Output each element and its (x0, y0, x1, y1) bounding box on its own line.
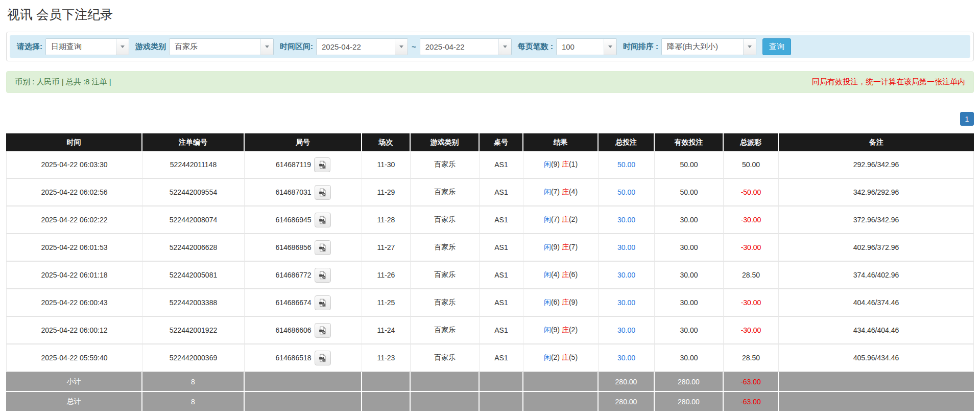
cell-remark: 342.96/292.96 (779, 179, 974, 206)
query-type-value[interactable] (46, 39, 116, 55)
game-type-value[interactable] (170, 39, 260, 55)
total-bet-link[interactable]: 50.00 (617, 188, 635, 196)
result-player-score: (9) (551, 326, 560, 334)
chevron-down-icon (503, 45, 507, 48)
result-player-label: 闲 (544, 188, 551, 196)
cell-bet-id: 522442000369 (142, 344, 245, 372)
video-replay-button[interactable] (315, 213, 331, 227)
table-row: 2025-04-22 06:03:30 522442011148 6146871… (6, 151, 974, 179)
result-player-label: 闲 (544, 353, 551, 361)
game-type-dropdown-button[interactable] (260, 39, 273, 55)
result-player-label: 闲 (544, 215, 551, 223)
cell-bet-id: 522442008074 (142, 206, 245, 234)
date-to-value[interactable] (420, 39, 498, 55)
result-banker-label: 庄 (562, 215, 569, 223)
cell-total-bet: 30.00 (599, 206, 655, 234)
result-banker-score: (1) (569, 160, 578, 168)
result-player-label: 闲 (544, 243, 551, 251)
summary-bar: 币别 : 人民币 | 总共 :8 注单 | 同局有效投注，统一计算在该局第一张注… (6, 71, 974, 93)
chevron-down-icon (748, 45, 752, 48)
cell-round-id: 614686772 (245, 262, 362, 289)
cell-payout: 28.50 (724, 262, 779, 289)
cell-round-id: 614686606 (245, 317, 362, 344)
footer-total-bet: 280.00 (599, 392, 655, 412)
cell-remark: 374.46/402.96 (779, 262, 974, 289)
footer-valid-bet: 280.00 (655, 372, 724, 392)
pagination: 1 (6, 112, 974, 126)
sort-order-dropdown-button[interactable] (743, 39, 756, 55)
date-to-dropdown-button[interactable] (498, 39, 511, 55)
chevron-down-icon (121, 45, 125, 48)
cell-table-no: AS1 (480, 179, 523, 206)
round-id-text: 614687119 (276, 160, 311, 169)
cell-valid-bet: 30.00 (655, 289, 724, 317)
video-replay-button[interactable] (315, 240, 331, 255)
video-file-icon (318, 326, 327, 335)
total-bet-link[interactable]: 30.00 (617, 298, 635, 307)
footer-count: 8 (142, 372, 245, 392)
cell-bet-id: 522442005081 (142, 262, 245, 289)
cell-valid-bet: 50.00 (655, 151, 724, 179)
pagination-page-1-button[interactable]: 1 (960, 112, 974, 126)
cell-session: 11-30 (362, 151, 411, 179)
sort-order-label: 时间排序 : (623, 42, 658, 52)
cell-table-no: AS1 (480, 206, 523, 234)
table-row: 2025-04-22 06:00:43 522442003388 6146866… (6, 289, 974, 317)
video-file-icon (318, 216, 327, 224)
col-header-session: 场次 (362, 133, 411, 151)
date-from-select[interactable] (316, 38, 408, 55)
result-player-label: 闲 (544, 298, 551, 306)
page: 视讯 会员下注纪录 请选择: 游戏类别 时间区间: ~ 每 (0, 6, 980, 412)
game-type-select[interactable] (169, 38, 274, 55)
round-id-text: 614686674 (275, 298, 311, 307)
cell-payout: -30.00 (724, 206, 779, 234)
video-file-icon (318, 160, 327, 169)
cell-time: 2025-04-22 06:00:43 (6, 289, 142, 317)
cell-payout: -50.00 (724, 179, 779, 206)
video-replay-button[interactable] (315, 185, 331, 200)
cell-remark: 292.96/342.96 (779, 151, 974, 179)
col-header-remark: 备注 (779, 133, 974, 151)
search-button[interactable]: 查询 (762, 38, 791, 55)
total-bet-link[interactable]: 30.00 (617, 354, 635, 362)
date-from-dropdown-button[interactable] (395, 39, 408, 55)
cell-round-id: 614687031 (245, 179, 362, 206)
table-row: 2025-04-22 06:02:22 522442008074 6146869… (6, 206, 974, 234)
table-row: 2025-04-22 06:00:12 522442001922 6146866… (6, 317, 974, 344)
col-header-result: 结果 (523, 133, 599, 151)
result-banker-label: 庄 (562, 243, 569, 251)
col-header-time: 时间 (6, 133, 142, 151)
total-bet-link[interactable]: 30.00 (617, 243, 635, 251)
date-to-select[interactable] (420, 38, 512, 55)
query-type-dropdown-button[interactable] (116, 39, 129, 55)
query-type-select[interactable] (45, 38, 129, 55)
date-from-value[interactable] (317, 39, 395, 55)
total-bet-link[interactable]: 30.00 (617, 326, 635, 334)
total-bet-link[interactable]: 30.00 (617, 216, 635, 224)
cell-result: 闲(6) 庄(9) (523, 289, 599, 317)
col-header-total-bet: 总投注 (599, 133, 655, 151)
video-replay-button[interactable] (315, 323, 331, 338)
cell-round-id: 614686856 (245, 234, 362, 262)
per-page-value[interactable] (557, 39, 604, 55)
video-file-icon (318, 354, 327, 362)
game-type-label: 游戏类别 (135, 42, 166, 52)
per-page-dropdown-button[interactable] (604, 39, 616, 55)
video-replay-button[interactable] (315, 351, 331, 365)
footer-remark (779, 372, 974, 392)
cell-session: 11-29 (362, 179, 411, 206)
cell-remark: 434.46/404.46 (779, 317, 974, 344)
video-replay-button[interactable] (315, 295, 331, 310)
video-replay-button[interactable] (314, 157, 330, 172)
result-player-score: (7) (551, 215, 560, 223)
total-bet-link[interactable]: 50.00 (617, 160, 635, 169)
total-bet-link[interactable]: 30.00 (617, 271, 635, 279)
cell-payout: 50.00 (724, 151, 779, 179)
footer-total-bet: 280.00 (599, 372, 655, 392)
result-banker-score: (2) (569, 326, 578, 334)
cell-total-bet: 30.00 (599, 234, 655, 262)
video-replay-button[interactable] (315, 268, 331, 283)
sort-order-select[interactable] (661, 38, 756, 55)
sort-order-value[interactable] (662, 39, 743, 55)
per-page-select[interactable] (556, 38, 617, 55)
